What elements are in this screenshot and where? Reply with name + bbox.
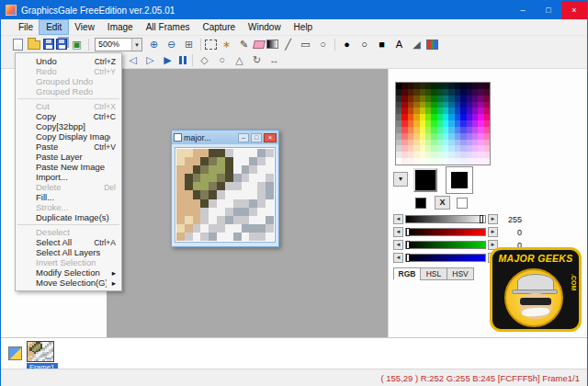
palette-color[interactable] <box>484 152 490 158</box>
palette-color[interactable] <box>484 158 490 165</box>
rotate-icon[interactable]: ↻ <box>249 53 265 67</box>
image-close-button[interactable]: × <box>264 133 277 142</box>
palette-color[interactable] <box>484 145 490 152</box>
image-document-window[interactable]: major... – □ × <box>171 130 279 247</box>
blue-slider-thumb[interactable] <box>406 254 410 262</box>
edit-menu-item-paste-layer[interactable]: Paste Layer <box>16 152 121 162</box>
edit-menu-item-select-all[interactable]: Select AllCtrl+A <box>16 237 121 247</box>
rgb-icon[interactable] <box>426 40 438 50</box>
blue-decrease-button[interactable]: ◄ <box>393 253 403 263</box>
red-slider-thumb[interactable] <box>406 228 410 236</box>
palette-color[interactable] <box>484 127 490 133</box>
palette-color[interactable] <box>484 89 490 96</box>
alpha-decrease-button[interactable]: ◄ <box>393 214 403 224</box>
save-as-icon[interactable] <box>56 39 67 50</box>
alpha-slider-thumb[interactable] <box>480 215 483 223</box>
transparent-color-button[interactable]: X <box>435 196 450 210</box>
zoom-in-icon[interactable]: ⊕ <box>146 38 162 51</box>
edit-menu-item-modify-selection[interactable]: Modify Selection▸ <box>16 267 121 278</box>
menu-edit[interactable]: Edit <box>40 20 68 34</box>
zoom-combo[interactable]: 500%▾ <box>95 38 142 51</box>
filled-square-icon[interactable]: ■ <box>374 38 390 51</box>
green-slider-track[interactable] <box>405 241 486 249</box>
red-increase-button[interactable]: ► <box>488 227 498 237</box>
menu-help[interactable]: Help <box>288 20 320 34</box>
image-editing-area[interactable] <box>175 147 276 243</box>
line-icon[interactable]: ╱ <box>280 38 296 51</box>
color-palette[interactable] <box>395 82 491 165</box>
pen-icon[interactable]: ✎ <box>236 38 252 51</box>
shape-diamond-icon[interactable]: ◇ <box>197 53 212 67</box>
green-slider-thumb[interactable] <box>406 241 410 249</box>
edit-menu-item-import[interactable]: Import... <box>16 172 121 182</box>
open-folder-icon[interactable] <box>28 40 40 50</box>
text-tool-icon[interactable]: A <box>391 38 407 51</box>
outline-circle-icon[interactable]: ○ <box>356 38 372 51</box>
menu-file[interactable]: File <box>12 20 40 34</box>
maximize-button[interactable]: □ <box>536 1 561 19</box>
image-maximize-button[interactable]: □ <box>251 133 262 142</box>
palette-color[interactable] <box>484 114 490 120</box>
tab-hsl[interactable]: HSL <box>420 267 447 280</box>
title-bar[interactable]: GraphicsGale FreeEdition ver.2.05.01 – □… <box>1 1 587 19</box>
background-color-swatch[interactable] <box>446 166 473 194</box>
menu-view[interactable]: View <box>68 20 101 34</box>
gradient-fill-icon[interactable] <box>266 40 278 49</box>
eyedropper-icon[interactable]: ◢ <box>409 38 424 51</box>
prev-frame-icon[interactable]: ◁ <box>125 53 141 67</box>
shape-circle-icon[interactable]: ○ <box>214 53 230 67</box>
pause-icon[interactable] <box>177 53 188 67</box>
zoom-dropdown-arrow-icon[interactable]: ▾ <box>131 39 141 51</box>
next-frame-icon[interactable]: ▷ <box>142 53 158 67</box>
eraser-icon[interactable] <box>253 40 266 49</box>
image-pixels[interactable] <box>176 149 274 241</box>
edit-menu-item-undo[interactable]: UndoCtrl+Z <box>16 56 121 66</box>
edit-menu-item-move-selection-g[interactable]: Move Selection(G)▸ <box>16 278 121 288</box>
edit-menu-item-fill[interactable]: Fill... <box>16 192 121 202</box>
menu-image[interactable]: Image <box>101 20 140 34</box>
palette-color[interactable] <box>484 96 490 102</box>
close-button[interactable]: × <box>561 1 587 19</box>
palette-color[interactable] <box>484 120 490 127</box>
palette-color[interactable] <box>484 133 490 140</box>
menu-window[interactable]: Window <box>242 20 288 34</box>
save-icon[interactable] <box>43 39 54 50</box>
red-slider-track[interactable] <box>405 228 486 236</box>
animation-icon[interactable] <box>8 346 22 360</box>
grid-icon[interactable]: ⊞ <box>181 38 197 51</box>
alpha-slider-track[interactable] <box>405 215 486 223</box>
red-decrease-button[interactable]: ◄ <box>393 227 403 237</box>
palette-color[interactable] <box>484 102 490 108</box>
select-rect-icon[interactable] <box>205 40 217 50</box>
edit-menu-item-select-all-layers[interactable]: Select All Layers <box>16 247 121 257</box>
zoom-out-icon[interactable]: ⊖ <box>164 38 179 51</box>
image-window-titlebar[interactable]: major... – □ × <box>172 131 278 144</box>
menu-capture[interactable]: Capture <box>196 20 242 34</box>
edit-menu-item-copy[interactable]: CopyCtrl+C <box>16 111 121 121</box>
edit-menu-item-paste-new-image[interactable]: Paste New Image <box>16 162 121 172</box>
green-decrease-button[interactable]: ◄ <box>393 240 403 250</box>
tab-rgb[interactable]: RGB <box>393 267 421 280</box>
tab-hsv[interactable]: HSV <box>447 267 474 280</box>
play-icon[interactable]: ▶ <box>160 53 175 67</box>
minimize-button[interactable]: – <box>510 1 536 19</box>
ellipse-icon[interactable]: ○ <box>315 38 331 51</box>
frame-thumbnail[interactable] <box>27 341 54 362</box>
palette-color[interactable] <box>484 83 490 89</box>
edit-menu-item-copy-32bpp[interactable]: Copy[32bpp] <box>16 121 121 131</box>
image-minimize-button[interactable]: – <box>238 133 249 142</box>
edit-menu-item-paste[interactable]: PasteCtrl+V <box>16 142 121 152</box>
edit-menu-item-copy-display-image[interactable]: Copy Display Image <box>16 131 121 142</box>
magic-wand-icon[interactable]: ∗ <box>219 38 234 51</box>
palette-menu-button[interactable]: ▾ <box>393 172 408 187</box>
blue-slider-track[interactable] <box>405 254 486 262</box>
export-icon[interactable]: ▣ <box>69 38 85 51</box>
shape-triangle-icon[interactable]: △ <box>232 53 247 67</box>
palette-color[interactable] <box>484 140 490 146</box>
new-file-icon[interactable] <box>13 39 23 51</box>
edit-menu-item-duplicate-image-s[interactable]: Duplicate Image(s) <box>16 212 121 222</box>
primary-color-chip[interactable] <box>415 198 426 209</box>
foreground-color-swatch[interactable] <box>413 168 437 192</box>
filled-circle-icon[interactable]: ● <box>339 38 355 51</box>
flip-horizontal-icon[interactable]: ↔ <box>266 53 282 67</box>
